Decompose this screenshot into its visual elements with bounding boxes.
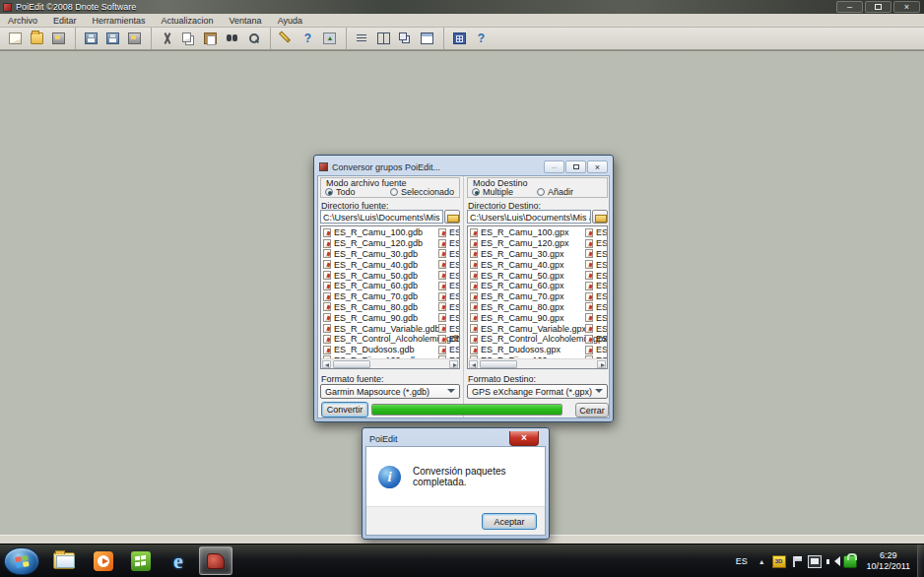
file-list-item[interactable]: ES_R_Dudosos.gpxES bbox=[468, 345, 607, 355]
radio-anadir[interactable]: Añadir bbox=[537, 187, 573, 197]
dialog-restore-button[interactable] bbox=[565, 160, 586, 173]
convert-button[interactable]: Convertir bbox=[321, 402, 368, 417]
file-list-item[interactable]: ES_R_Camu_90.gpxES bbox=[468, 312, 607, 323]
copy-icon[interactable] bbox=[179, 31, 199, 47]
dest-file-listview[interactable]: ES_R_Camu_100.gpxESES_R_Camu_120.gpxESES… bbox=[467, 225, 608, 369]
paste-icon[interactable] bbox=[201, 31, 221, 47]
scroll-left-icon[interactable] bbox=[322, 360, 331, 368]
clock[interactable]: 6:29 10/12/2011 bbox=[859, 550, 918, 572]
dest-format-dropdown[interactable]: GPS eXchange Format (*.gpx) bbox=[467, 384, 608, 399]
radio-seleccionado[interactable]: Seleccionado bbox=[390, 187, 454, 197]
start-button[interactable] bbox=[4, 547, 39, 575]
file-list-item[interactable]: ES_R_Camu_Variable.gpxES bbox=[468, 323, 607, 334]
dest-hscrollbar[interactable] bbox=[468, 358, 607, 368]
scroll-thumb[interactable] bbox=[333, 360, 370, 368]
cascade-windows-icon[interactable] bbox=[396, 31, 416, 47]
scroll-left-icon[interactable] bbox=[469, 360, 478, 368]
tray-3d-icon[interactable]: 3D bbox=[772, 555, 786, 568]
context-help-icon[interactable]: ? bbox=[298, 31, 318, 47]
file-list-item[interactable]: ES_R_Dudosos.gdbES bbox=[321, 345, 459, 355]
calculator-icon[interactable] bbox=[450, 31, 470, 47]
file-list-item[interactable]: ES_R_Camu_120.gdbES bbox=[321, 238, 459, 249]
save-all-icon[interactable] bbox=[125, 31, 145, 47]
import-device-icon[interactable] bbox=[49, 31, 69, 47]
taskbar-poiedit-button[interactable] bbox=[199, 546, 232, 575]
file-list-item[interactable]: ES_R_Camu_50.gpxES bbox=[468, 270, 607, 281]
menu-editar[interactable]: Editar bbox=[45, 14, 85, 28]
edit-icon[interactable] bbox=[277, 31, 297, 47]
file-list-item[interactable]: ES_R_Control_Alcoholemia.gpxES bbox=[468, 334, 607, 345]
save-icon[interactable] bbox=[82, 31, 101, 47]
source-browse-button[interactable] bbox=[444, 210, 460, 224]
open-file-icon[interactable] bbox=[28, 31, 47, 47]
source-file-listview[interactable]: ES_R_Camu_100.gdbESES_R_Camu_120.gdbESES… bbox=[320, 225, 460, 369]
menu-herramientas[interactable]: Herramientas bbox=[85, 14, 154, 28]
help-icon[interactable]: ? bbox=[472, 31, 492, 47]
file-list-item[interactable]: ES_R_Camu_100.gdbES bbox=[321, 227, 459, 238]
file-list-item[interactable]: ES_R_Camu_60.gpxES bbox=[468, 281, 607, 291]
messagebox-close-button[interactable]: × bbox=[509, 431, 539, 446]
menu-ventana[interactable]: Ventana bbox=[222, 14, 270, 28]
scroll-right-icon[interactable] bbox=[597, 360, 606, 368]
dest-browse-button[interactable] bbox=[592, 210, 608, 224]
aceptar-button[interactable]: Aceptar bbox=[482, 513, 537, 530]
messagebox-titlebar[interactable]: PoiEdit × bbox=[365, 431, 546, 446]
view-list-icon[interactable] bbox=[353, 31, 372, 47]
file-list-item[interactable]: ES_R_Camu_90.gdbES bbox=[321, 312, 459, 323]
close-button[interactable]: × bbox=[893, 1, 920, 13]
tray-network-icon[interactable] bbox=[808, 555, 822, 568]
file-list-item[interactable]: ES_R_Camu_120.gpxES bbox=[468, 238, 607, 249]
upload-icon[interactable] bbox=[320, 31, 340, 47]
tray-action-center-icon[interactable] bbox=[790, 555, 804, 568]
converter-dialog-titlebar[interactable]: Conversor grupos PoiEdit... – × bbox=[317, 159, 610, 175]
taskbar-media-player-button[interactable] bbox=[87, 546, 120, 575]
language-indicator[interactable]: ES bbox=[730, 556, 754, 566]
radio-dot bbox=[472, 188, 480, 196]
file-list-item[interactable]: ES_R_Camu_30.gdbES bbox=[321, 249, 459, 260]
save-as-icon[interactable] bbox=[103, 31, 123, 47]
dest-dir-input[interactable]: C:\Users\Luis\Documents\Mis archiv bbox=[467, 210, 591, 224]
cut-icon[interactable] bbox=[158, 31, 177, 47]
file-list-item[interactable]: ES_R_Camu_100.gpxES bbox=[468, 227, 607, 238]
show-desktop-button[interactable] bbox=[917, 545, 924, 577]
find-icon[interactable] bbox=[223, 31, 242, 47]
menu-ayuda[interactable]: Ayuda bbox=[270, 14, 310, 28]
taskbar-ie-button[interactable]: e bbox=[162, 546, 195, 575]
file-list-item[interactable]: ES_R_Camu_70.gpxES bbox=[468, 291, 607, 302]
dialog-close-button[interactable]: × bbox=[587, 160, 608, 173]
file-list-item[interactable]: ES_R_Camu_30.gpxES bbox=[468, 249, 607, 260]
new-file-icon[interactable] bbox=[6, 31, 26, 47]
tile-windows-icon[interactable] bbox=[418, 31, 437, 47]
file-list-item[interactable]: ES_R_Camu_40.gpxES bbox=[468, 259, 607, 270]
tray-volume-icon[interactable] bbox=[825, 555, 839, 568]
file-list-item[interactable]: ES_R_Camu_60.gdbES bbox=[321, 281, 459, 291]
file-list-item[interactable]: ES_R_Camu_Variable.gdbES bbox=[321, 323, 459, 334]
search-icon[interactable] bbox=[244, 31, 264, 47]
taskbar-green-app-button[interactable] bbox=[124, 546, 158, 575]
source-format-dropdown[interactable]: Garmin Mapsource (*.gdb) bbox=[320, 384, 460, 399]
file-list-item[interactable]: ES_R_Camu_80.gdbES bbox=[321, 302, 459, 313]
dialog-minimize-button[interactable]: – bbox=[544, 160, 564, 173]
menu-actualizacion[interactable]: Actualizacion bbox=[154, 14, 222, 28]
radio-multiple[interactable]: Multiple bbox=[472, 187, 537, 197]
source-dir-input[interactable]: C:\Users\Luis\Documents\Mis archiv bbox=[320, 210, 443, 224]
poi-file-icon bbox=[323, 260, 331, 269]
hidden-icons-chevron[interactable]: ▲ bbox=[754, 558, 770, 565]
scroll-right-icon[interactable] bbox=[449, 360, 458, 368]
minimize-button[interactable]: – bbox=[836, 1, 863, 13]
menu-archivo[interactable]: Archivo bbox=[0, 14, 45, 28]
taskbar-explorer-button[interactable] bbox=[47, 546, 81, 575]
close-dialog-button[interactable]: Cerrar bbox=[575, 403, 609, 417]
scroll-thumb[interactable] bbox=[480, 360, 517, 368]
file-list-item[interactable]: ES_R_Control_Alcoholemia.gdbES bbox=[321, 334, 459, 345]
restore-button[interactable] bbox=[865, 1, 891, 13]
file-list-item[interactable]: ES_R_Camu_70.gdbES bbox=[321, 291, 459, 302]
tray-antivirus-icon[interactable] bbox=[843, 555, 857, 568]
radio-todo[interactable]: Todo bbox=[325, 187, 390, 197]
source-hscrollbar[interactable] bbox=[321, 358, 459, 368]
file-list-item[interactable]: ES_R_Camu_50.gdbES bbox=[321, 270, 459, 281]
green-app-icon bbox=[131, 551, 151, 571]
view-columns-icon[interactable] bbox=[374, 31, 394, 47]
file-list-item[interactable]: ES_R_Camu_80.gpxES bbox=[468, 302, 607, 313]
file-list-item[interactable]: ES_R_Camu_40.gdbES bbox=[321, 259, 459, 270]
